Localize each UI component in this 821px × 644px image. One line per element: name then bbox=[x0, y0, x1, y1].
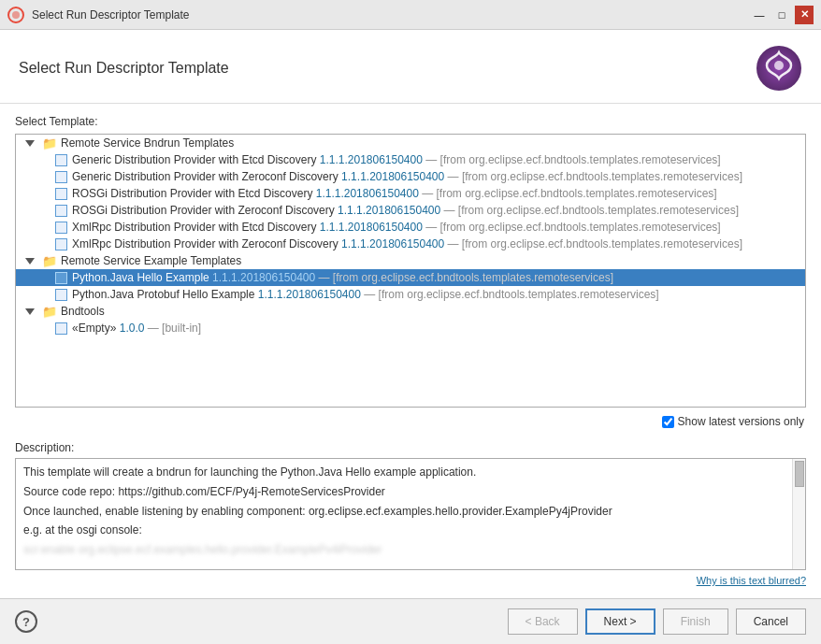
file-icon-2 bbox=[53, 169, 68, 184]
group-remote-example[interactable]: 📁 Remote Service Example Templates bbox=[16, 252, 805, 269]
svg-point-3 bbox=[774, 61, 784, 70]
file-icon-9 bbox=[53, 321, 68, 336]
dialog-footer: ? < Back Next > Finish Cancel bbox=[0, 598, 821, 644]
item-version-5: 1.1.1.201806150400 bbox=[320, 221, 423, 234]
tree-item-9[interactable]: «Empty» 1.0.0 — [built-in] bbox=[16, 320, 805, 336]
svg-point-1 bbox=[12, 11, 20, 19]
item-suffix-8: — [from org.eclipse.ecf.bndtools.templat… bbox=[361, 288, 659, 301]
item-suffix-4: — [from org.eclipse.ecf.bndtools.templat… bbox=[440, 204, 739, 217]
close-button[interactable]: ✕ bbox=[795, 6, 814, 24]
help-button[interactable]: ? bbox=[15, 610, 37, 633]
item-suffix-1: — [from org.eclipse.ecf.bndtools.templat… bbox=[423, 153, 721, 166]
item-suffix-7: — [from org.eclipse.ecf.bndtools.templat… bbox=[315, 271, 613, 284]
finish-button[interactable]: Finish bbox=[663, 608, 728, 635]
item-suffix-2: — [from org.eclipse.ecf.bndtools.templat… bbox=[444, 170, 742, 183]
item-label-5: XmlRpc Distribution Provider with Etcd D… bbox=[72, 221, 320, 234]
window-controls: — □ ✕ bbox=[750, 6, 814, 24]
minimize-button[interactable]: — bbox=[750, 6, 769, 24]
item-suffix-9: — [built-in] bbox=[144, 322, 201, 335]
app-icon bbox=[7, 7, 24, 23]
tree-item-2[interactable]: Generic Distribution Provider with Zeroc… bbox=[16, 168, 805, 185]
folder-icon-2: 📁 bbox=[42, 253, 57, 268]
back-button[interactable]: < Back bbox=[508, 608, 578, 635]
folder-icon-3: 📁 bbox=[42, 304, 57, 319]
item-label-3: ROSGi Distribution Provider with Etcd Di… bbox=[72, 187, 316, 200]
tree-item-1[interactable]: Generic Distribution Provider with Etcd … bbox=[16, 151, 805, 168]
item-version-2: 1.1.1.201806150400 bbox=[341, 170, 444, 183]
show-latest-row: Show latest versions only bbox=[15, 411, 806, 432]
expand-icon-2 bbox=[23, 253, 38, 268]
group-bndtools[interactable]: 📁 Bndtools bbox=[16, 303, 805, 320]
description-scrollbar[interactable] bbox=[792, 459, 805, 569]
expand-icon-3 bbox=[23, 304, 38, 319]
tree-item-7[interactable]: Python.Java Hello Example 1.1.1.20180615… bbox=[16, 269, 805, 286]
item-label-9: «Empty» bbox=[72, 322, 120, 335]
dialog-header: Select Run Descriptor Template bbox=[0, 30, 821, 104]
title-bar: Select Run Descriptor Template — □ ✕ bbox=[0, 0, 821, 30]
file-icon-5 bbox=[53, 220, 68, 235]
dialog-title: Select Run Descriptor Template bbox=[19, 60, 229, 77]
show-latest-checkbox[interactable] bbox=[662, 416, 674, 428]
tree-item-5[interactable]: XmlRpc Distribution Provider with Etcd D… bbox=[16, 219, 805, 236]
desc-line-2: Source code repo: https://github.com/ECF… bbox=[23, 484, 798, 500]
tree-item-4[interactable]: ROSGi Distribution Provider with Zerocon… bbox=[16, 202, 805, 219]
item-label-7: Python.Java Hello Example bbox=[72, 271, 212, 284]
blur-link[interactable]: Why is this text blurred? bbox=[697, 575, 806, 586]
item-version-4: 1.1.1.201806150400 bbox=[338, 204, 440, 217]
item-suffix-6: — [from org.eclipse.ecf.bndtools.templat… bbox=[444, 237, 742, 250]
file-icon-3 bbox=[53, 186, 68, 201]
scrollbar-thumb[interactable] bbox=[795, 461, 804, 487]
desc-line-5-blurred: scr:enable org.eclipse.ecf.examples.hell… bbox=[23, 542, 798, 558]
desc-line-4: e.g. at the osgi console: bbox=[23, 522, 798, 538]
item-label-1: Generic Distribution Provider with Etcd … bbox=[72, 153, 320, 166]
desc-line-3: Once launched, enable listening by enabl… bbox=[23, 504, 798, 520]
dialog-logo bbox=[756, 45, 802, 92]
expand-icon bbox=[23, 136, 38, 150]
tree-item-6[interactable]: XmlRpc Distribution Provider with Zeroco… bbox=[16, 236, 805, 252]
tree-item-3[interactable]: ROSGi Distribution Provider with Etcd Di… bbox=[16, 185, 805, 202]
file-icon-7 bbox=[53, 270, 68, 285]
template-tree[interactable]: 📁 Remote Service Bndrun Templates Generi… bbox=[15, 134, 806, 408]
item-label-8: Python.Java Protobuf Hello Example bbox=[72, 288, 258, 301]
item-label-6: XmlRpc Distribution Provider with Zeroco… bbox=[72, 237, 341, 250]
folder-icon: 📁 bbox=[42, 136, 57, 150]
window-title: Select Run Descriptor Template bbox=[32, 8, 750, 21]
desc-line-1: This template will create a bndrun for l… bbox=[23, 465, 798, 480]
group-label-3: Bndtools bbox=[61, 305, 105, 318]
item-label-4: ROSGi Distribution Provider with Zerocon… bbox=[72, 204, 338, 217]
item-suffix-5: — [from org.eclipse.ecf.bndtools.templat… bbox=[423, 221, 721, 234]
item-suffix-3: — [from org.eclipse.ecf.bndtools.templat… bbox=[419, 187, 717, 200]
show-latest-label[interactable]: Show latest versions only bbox=[662, 415, 804, 428]
item-version-9: 1.0.0 bbox=[120, 322, 145, 335]
blur-link-row: Why is this text blurred? bbox=[15, 574, 806, 587]
next-button[interactable]: Next > bbox=[585, 608, 655, 635]
item-version-7: 1.1.1.201806150400 bbox=[212, 271, 315, 284]
group-label: Remote Service Bndrun Templates bbox=[61, 136, 234, 150]
description-section: Description: This template will create a… bbox=[15, 441, 806, 587]
dialog-body: Select Template: 📁 Remote Service Bndrun… bbox=[0, 104, 821, 598]
template-section-label: Select Template: bbox=[15, 115, 806, 128]
item-version-3: 1.1.1.201806150400 bbox=[316, 187, 419, 200]
item-version-6: 1.1.1.201806150400 bbox=[341, 237, 444, 250]
file-icon-8 bbox=[53, 287, 68, 302]
item-version-1: 1.1.1.201806150400 bbox=[320, 153, 423, 166]
file-icon-6 bbox=[53, 236, 68, 251]
group-remote-bndrun[interactable]: 📁 Remote Service Bndrun Templates bbox=[16, 135, 805, 151]
item-version-8: 1.1.1.201806150400 bbox=[258, 288, 361, 301]
group-label-2: Remote Service Example Templates bbox=[61, 254, 241, 267]
item-label-2: Generic Distribution Provider with Zeroc… bbox=[72, 170, 341, 183]
file-icon-4 bbox=[53, 203, 68, 218]
footer-buttons: < Back Next > Finish Cancel bbox=[508, 608, 806, 635]
description-box: This template will create a bndrun for l… bbox=[15, 458, 806, 570]
file-icon-1 bbox=[53, 152, 68, 167]
cancel-button[interactable]: Cancel bbox=[736, 608, 806, 635]
description-label: Description: bbox=[15, 441, 806, 454]
tree-item-8[interactable]: Python.Java Protobuf Hello Example 1.1.1… bbox=[16, 286, 805, 303]
maximize-button[interactable]: □ bbox=[772, 6, 791, 24]
